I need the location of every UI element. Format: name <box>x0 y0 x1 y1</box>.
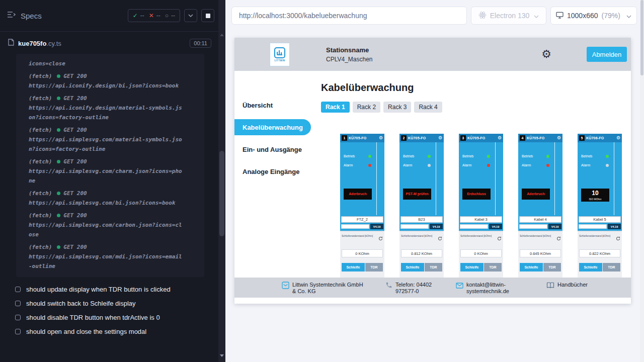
command-log: icons=close (fetch)GET 200 https://api.i… <box>16 54 204 277</box>
status-dot-icon <box>57 128 60 132</box>
card-side-strip <box>614 142 622 215</box>
card-gear-icon[interactable]: ⚙ <box>557 136 561 140</box>
spec-name: kue705fo <box>18 40 46 47</box>
log-entry[interactable]: (fetch)GET 200 https://api.iconify.desig… <box>29 71 184 90</box>
schleife-button[interactable]: Schleife <box>460 263 484 272</box>
card-gear-icon[interactable]: ⚙ <box>498 136 502 140</box>
schleife-button[interactable]: Schleife <box>342 263 365 272</box>
page-title: Kabelüberwachung <box>321 82 631 94</box>
refresh-icon[interactable] <box>378 234 383 243</box>
log-entry[interactable]: (fetch)GET 200 https://api.simplesvg.com… <box>29 211 184 239</box>
log-entry[interactable]: (fetch)GET 200 https://api.simplesvg.com… <box>29 125 184 154</box>
log-entry[interactable]: (fetch)GET 200 https://api.simplesvg.com… <box>29 157 184 186</box>
footer-manuals[interactable]: Handbücher <box>546 282 588 291</box>
refresh-icon[interactable] <box>497 234 502 243</box>
station-label: Stationsname <box>326 46 373 54</box>
measurement-panel: Schleifenwiderstand [kOhm] 0 KOhm Schlei… <box>340 231 384 278</box>
tdr-button[interactable]: TDR <box>603 263 620 272</box>
viewport-select[interactable]: 1000x660 (79%) <box>550 7 637 25</box>
settings-gear-icon[interactable]: ⚙ <box>541 49 551 60</box>
url-input[interactable] <box>231 7 467 25</box>
phone-icon <box>385 282 392 291</box>
logout-button[interactable]: Abmelden <box>587 47 627 62</box>
log-entry[interactable]: (fetch)GET 200 https://api.simplesvg.com… <box>29 242 184 271</box>
version-bar <box>341 224 369 229</box>
status-display: Aderbruch <box>344 189 372 200</box>
tab-rack-4[interactable]: Rack 4 <box>414 102 442 113</box>
card-status-area: Betrieb Alarm Aderbruch <box>518 142 562 215</box>
tab-rack-1[interactable]: Rack 1 <box>321 102 350 113</box>
sidebar-item-kabelueberwachung[interactable]: Kabelüberwachung <box>234 119 311 135</box>
footer-phone[interactable]: Telefon: 04402 972577-0 <box>385 282 456 295</box>
refresh-icon[interactable] <box>616 234 620 243</box>
aut-panel: Electron 130 1000x660 (79%) LITTWIN Stat… <box>225 0 640 362</box>
footer-email[interactable]: kontakt@littwin-systemtechnik.de <box>456 282 546 295</box>
measurement-panel: Schleifenwiderstand [kOhm] 0.645 KOhm Sc… <box>518 231 562 278</box>
sidebar-item-ein-und-ausgaenge[interactable]: Ein- und Ausgänge <box>234 138 320 160</box>
betrieb-label: Betrieb <box>344 154 355 158</box>
runner-scrollbar[interactable] <box>218 0 225 362</box>
runner-dropdown-button[interactable] <box>184 9 197 22</box>
spec-file-row[interactable]: kue705fo.cy.ts 00:11 <box>0 32 218 50</box>
firmware-version: V4.19 <box>548 224 561 229</box>
alarm-label: Alarm <box>522 163 531 167</box>
specs-label: Specs <box>21 12 42 20</box>
refresh-icon[interactable] <box>556 234 561 243</box>
log-entry[interactable]: (fetch)GET 200 https://api.iconify.desig… <box>29 94 184 122</box>
test-stats[interactable]: ✓-- ✕-- ○-- <box>128 9 180 22</box>
alarm-label: Alarm <box>344 163 353 167</box>
refresh-icon[interactable] <box>438 234 442 243</box>
card-status-area: Betrieb Alarm 10ISO MOhm <box>578 142 622 215</box>
betrieb-label: Betrieb <box>403 154 414 158</box>
device-card: 2 KÜ705-FO ⚙ Betrieb Alarm PST-M prüfen <box>399 134 444 278</box>
card-gear-icon[interactable]: ⚙ <box>438 136 442 140</box>
alarm-led-icon <box>606 164 609 167</box>
card-number: 3 <box>460 135 466 141</box>
schleife-button[interactable]: Schleife <box>579 263 602 272</box>
specs-toggle-icon[interactable] <box>7 11 16 20</box>
card-gear-icon[interactable]: ⚙ <box>616 136 620 140</box>
tab-rack-3[interactable]: Rack 3 <box>383 102 411 113</box>
card-header: 2 KÜ705-FO ⚙ <box>399 134 444 142</box>
tab-rack-2[interactable]: Rack 2 <box>353 102 380 113</box>
tdr-button[interactable]: TDR <box>484 263 502 272</box>
tdr-button[interactable]: TDR <box>425 263 442 272</box>
test-item[interactable]: should disable TDR button when tdrActive… <box>0 310 218 324</box>
stop-run-button[interactable] <box>201 9 214 22</box>
cable-name: Kabel 4 <box>519 216 561 223</box>
test-item[interactable]: should update display when TDR button is… <box>0 282 218 296</box>
alarm-label: Alarm <box>581 163 590 167</box>
sidebar-item-uebersicht[interactable]: Übersicht <box>234 94 320 116</box>
tdr-button[interactable]: TDR <box>543 263 561 272</box>
cable-name: Kabel 3 <box>460 216 502 223</box>
status-display: PST-M prüfen <box>403 189 431 200</box>
log-entry[interactable]: (fetch)GET 200 https://api.simplesvg.com… <box>29 189 184 208</box>
card-status-area: Betrieb Alarm Erdschluss <box>459 142 503 215</box>
alarm-led-icon <box>487 164 490 167</box>
test-item[interactable]: should open and close the settings modal <box>0 324 218 338</box>
sidebar-item-analoge-eingaenge[interactable]: Analoge Eingänge <box>234 160 320 183</box>
betrieb-led-icon <box>368 155 371 158</box>
version-bar <box>579 224 607 229</box>
cross-icon: ✕ <box>149 12 154 19</box>
status-display: Erdschluss <box>462 189 491 200</box>
card-gear-icon[interactable]: ⚙ <box>379 136 383 140</box>
tdr-button[interactable]: TDR <box>365 263 383 272</box>
log-url: https://api.simplesvg.com/mdi.json?icons… <box>29 252 184 271</box>
check-icon: ✓ <box>133 12 138 19</box>
browser-select[interactable]: Electron 130 <box>471 7 546 25</box>
main-content: Kabelüberwachung Rack 1 Rack 2 Rack 3 Ra… <box>320 71 631 278</box>
test-item[interactable]: should switch back to Schleife display <box>0 296 218 310</box>
scrollbar-thumb[interactable] <box>219 151 224 236</box>
scroll-down-icon[interactable] <box>220 354 224 357</box>
station-info: Stationsname CPLV4_Maschen <box>326 46 373 63</box>
scroll-up-icon[interactable] <box>220 34 224 36</box>
alarm-label: Alarm <box>403 163 412 167</box>
log-url: https://api.simplesvg.com/carbon.json?ic… <box>29 220 184 239</box>
schleife-button[interactable]: Schleife <box>520 263 543 272</box>
schleife-button[interactable]: Schleife <box>401 263 424 272</box>
page-scrollbar[interactable] <box>640 0 644 362</box>
test-pending-icon <box>15 329 21 334</box>
firmware-version: V4.19 <box>430 224 443 229</box>
scrollbar-thumb[interactable] <box>640 0 643 75</box>
